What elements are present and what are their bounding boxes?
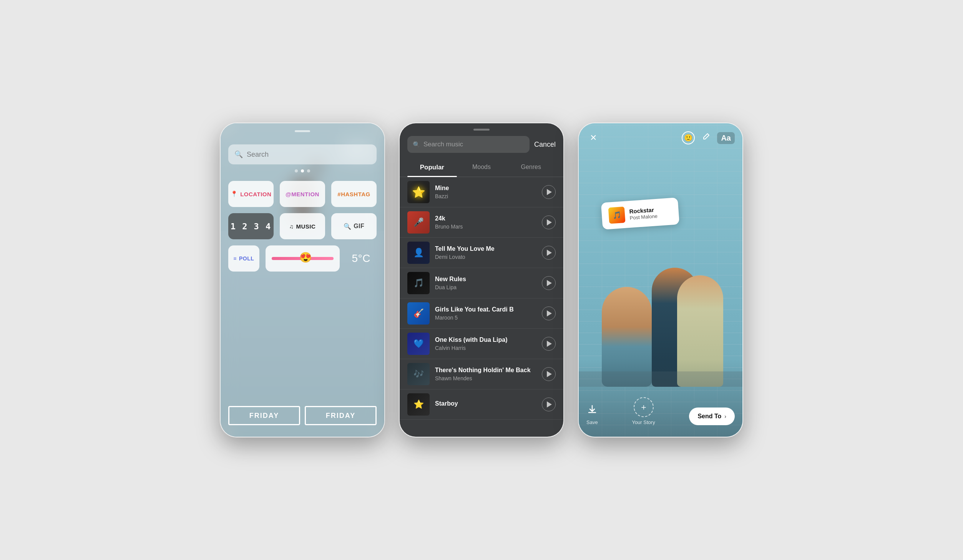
song-title-starboy: Starboy	[435, 400, 536, 407]
song-info-girls: Girls Like You feat. Cardi B Maroon 5	[435, 306, 536, 321]
song-artist-holdin: Shawn Mendes	[435, 375, 536, 381]
countdown-sticker[interactable]: 1 2 3 4	[228, 213, 274, 239]
send-chevron-icon: ›	[724, 413, 726, 419]
music-sticker[interactable]: ♫ MUSIC	[280, 213, 325, 239]
friday-label-2: FRIDAY	[326, 412, 355, 420]
play-button-starboy[interactable]	[542, 398, 556, 411]
play-icon	[547, 189, 552, 195]
music-tabs: Popular Moods Genres	[400, 158, 563, 177]
music-sticker[interactable]: 🎵 Rockstar Post Malone	[601, 197, 679, 230]
song-title-girls: Girls Like You feat. Cardi B	[435, 306, 536, 313]
song-info-24k: 24k Bruno Mars	[435, 215, 536, 230]
poll-label: POLL	[239, 255, 254, 262]
song-title-tellme: Tell Me You Love Me	[435, 245, 536, 252]
mention-sticker[interactable]: @MENTION	[280, 181, 325, 207]
close-button[interactable]: ✕	[586, 131, 600, 145]
page-indicators	[295, 169, 310, 172]
play-icon	[547, 401, 552, 408]
search-placeholder: Search	[247, 151, 269, 159]
play-button-holdin[interactable]	[542, 367, 556, 381]
album-art-tellme	[407, 242, 430, 264]
song-item-starboy[interactable]: Starboy	[400, 389, 563, 420]
temperature-sticker[interactable]: 5°C	[346, 245, 377, 272]
tab-genres-label: Genres	[521, 164, 541, 170]
save-section[interactable]: Save	[586, 404, 598, 425]
save-icon	[587, 404, 598, 417]
friday-row: FRIDAY FRIDAY	[228, 406, 377, 425]
song-item-girls[interactable]: Girls Like You feat. Cardi B Maroon 5	[400, 298, 563, 329]
song-title-24k: 24k	[435, 215, 536, 222]
song-item-newrules[interactable]: New Rules Dua Lipa	[400, 268, 563, 298]
story-top-right: 🙂 Aa	[682, 131, 735, 144]
pencil-icon	[702, 133, 710, 141]
your-story-label: Your Story	[632, 419, 655, 425]
phone-story: ✕ 🙂 Aa 🎵 Rockstar Post Malo	[578, 123, 743, 437]
story-bottom-bar: Save ＋ Your Story Send To ›	[579, 389, 742, 437]
search-bar[interactable]: 🔍 Search	[228, 144, 377, 164]
album-art-24k	[407, 211, 430, 234]
temperature-label: 5°C	[352, 252, 371, 265]
album-art-girls	[407, 302, 430, 325]
emoji-thumb: 😍	[299, 252, 312, 263]
play-button-girls[interactable]	[542, 307, 556, 320]
play-icon	[547, 280, 552, 286]
your-story-section[interactable]: ＋ Your Story	[632, 397, 655, 425]
song-info-newrules: New Rules Dua Lipa	[435, 276, 536, 290]
send-to-label: Send To	[697, 413, 721, 420]
face-effects-button[interactable]: 🙂	[682, 131, 695, 144]
song-artist-onekiss: Calvin Harris	[435, 345, 536, 351]
song-item-mine[interactable]: Mine Bazzi	[400, 177, 563, 207]
cancel-button[interactable]: Cancel	[534, 141, 556, 149]
play-button-mine[interactable]	[542, 185, 556, 199]
song-title-holdin: There's Nothing Holdin' Me Back	[435, 367, 536, 374]
music-search-input[interactable]: 🔍 Search music	[407, 136, 530, 153]
page-dot-2	[301, 169, 304, 172]
sticker-row-1: 📍 LOCATION @MENTION #HASHTAG	[228, 181, 377, 207]
gif-sticker[interactable]: 🔍 GIF	[331, 213, 377, 239]
friday-badge-2: FRIDAY	[305, 406, 377, 425]
play-button-tellme[interactable]	[542, 246, 556, 260]
story-top-bar: ✕ 🙂 Aa	[579, 123, 742, 145]
sticker-album-art: 🎵	[608, 207, 626, 224]
song-item-tellme[interactable]: Tell Me You Love Me Demi Lovato	[400, 238, 563, 268]
play-button-newrules[interactable]	[542, 276, 556, 290]
sticker-info: Rockstar Post Malone	[629, 205, 672, 221]
emoji-slider-sticker[interactable]: 😍	[266, 245, 340, 272]
play-icon	[547, 371, 552, 377]
tab-moods-label: Moods	[472, 164, 491, 170]
page-dot-3	[307, 169, 310, 172]
play-button-24k[interactable]	[542, 215, 556, 229]
search-placeholder: Search music	[423, 141, 463, 148]
album-art-newrules	[407, 272, 430, 294]
poll-sticker[interactable]: ≡ POLL	[228, 245, 259, 272]
send-to-button[interactable]: Send To ›	[689, 408, 735, 425]
tab-moods[interactable]: Moods	[457, 158, 506, 177]
song-item-24k[interactable]: 24k Bruno Mars	[400, 207, 563, 238]
music-label: MUSIC	[296, 223, 315, 230]
song-item-holdin[interactable]: There's Nothing Holdin' Me Back Shawn Me…	[400, 359, 563, 389]
album-art-holdin	[407, 363, 430, 385]
add-story-icon: ＋	[639, 401, 648, 413]
face-effects-icon: 🙂	[684, 134, 692, 142]
text-button[interactable]: Aa	[717, 132, 735, 144]
page-dot-1	[295, 169, 298, 172]
drag-handle[interactable]	[295, 130, 310, 132]
song-title-mine: Mine	[435, 185, 536, 192]
song-title-onekiss: One Kiss (with Dua Lipa)	[435, 336, 536, 343]
song-item-onekiss[interactable]: One Kiss (with Dua Lipa) Calvin Harris	[400, 329, 563, 359]
tab-popular-label: Popular	[420, 164, 444, 171]
song-info-holdin: There's Nothing Holdin' Me Back Shawn Me…	[435, 367, 536, 381]
location-sticker[interactable]: 📍 LOCATION	[228, 181, 274, 207]
your-story-ring: ＋	[634, 397, 654, 417]
play-button-onekiss[interactable]	[542, 337, 556, 351]
tab-genres[interactable]: Genres	[506, 158, 556, 177]
music-search-screen: 🔍 Search music Cancel Popular Moods Genr…	[400, 123, 563, 437]
download-icon	[587, 404, 598, 415]
play-icon	[547, 219, 552, 225]
music-search-header: 🔍 Search music Cancel	[400, 131, 563, 158]
tab-popular[interactable]: Popular	[407, 158, 457, 177]
location-icon: 📍	[231, 191, 238, 197]
hashtag-sticker[interactable]: #HASHTAG	[331, 181, 377, 207]
draw-button[interactable]	[702, 133, 710, 143]
song-info-onekiss: One Kiss (with Dua Lipa) Calvin Harris	[435, 336, 536, 351]
